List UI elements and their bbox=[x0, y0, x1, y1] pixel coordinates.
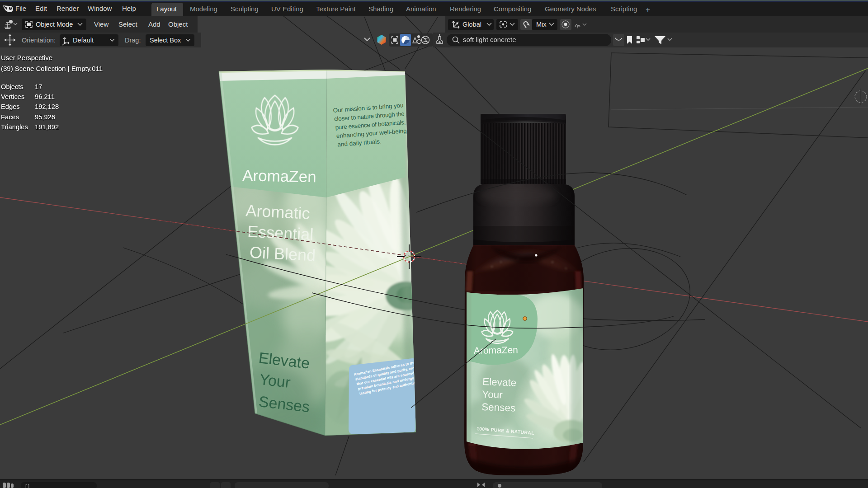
svg-text:Object Mode: Object Mode bbox=[36, 21, 73, 28]
svg-text:File: File bbox=[15, 5, 26, 12]
svg-text:Your: Your bbox=[482, 389, 503, 401]
svg-text:Faces: Faces bbox=[1, 113, 19, 121]
svg-text:Animation: Animation bbox=[406, 5, 436, 13]
svg-text:Senses: Senses bbox=[481, 401, 516, 414]
svg-text:Help: Help bbox=[122, 5, 136, 12]
svg-text:Drag:: Drag: bbox=[125, 37, 141, 44]
svg-text:Edges: Edges bbox=[1, 103, 20, 110]
svg-text:Default: Default bbox=[73, 37, 94, 44]
svg-text:Objects: Objects bbox=[1, 83, 24, 90]
svg-text:Layout: Layout bbox=[156, 5, 177, 13]
svg-text:17: 17 bbox=[35, 83, 42, 90]
svg-text:View: View bbox=[94, 20, 108, 28]
svg-text:Aromatic: Aromatic bbox=[245, 201, 311, 223]
svg-text:Orientation:: Orientation: bbox=[22, 37, 56, 44]
svg-text:Essential: Essential bbox=[247, 222, 314, 244]
svg-text:Mix: Mix bbox=[536, 21, 547, 28]
svg-text:AromaZen: AromaZen bbox=[474, 344, 518, 356]
svg-text:Object: Object bbox=[168, 20, 188, 28]
svg-text:Modeling: Modeling bbox=[190, 5, 217, 13]
svg-text:Render: Render bbox=[57, 5, 79, 12]
svg-text:Scripting: Scripting bbox=[611, 5, 637, 13]
svg-text:Edit: Edit bbox=[35, 5, 47, 12]
svg-text:Add: Add bbox=[148, 20, 160, 28]
svg-text:Select: Select bbox=[118, 20, 138, 28]
svg-text:Sculpting: Sculpting bbox=[231, 5, 259, 13]
svg-text:+: + bbox=[646, 5, 650, 14]
svg-text:Window: Window bbox=[88, 5, 112, 12]
svg-text:Vertices: Vertices bbox=[1, 93, 24, 100]
svg-text:Your: Your bbox=[259, 371, 292, 391]
svg-text:UV Editing: UV Editing bbox=[271, 5, 303, 13]
svg-text:Global: Global bbox=[462, 21, 481, 28]
svg-text:Oil Blend: Oil Blend bbox=[249, 243, 316, 265]
svg-text:96,211: 96,211 bbox=[35, 93, 55, 100]
svg-text:Texture Paint: Texture Paint bbox=[316, 5, 356, 13]
svg-text:95,926: 95,926 bbox=[35, 113, 55, 121]
svg-text:Rendering: Rendering bbox=[450, 5, 481, 13]
svg-text:soft light concrete: soft light concrete bbox=[463, 36, 516, 43]
svg-text:Compositing: Compositing bbox=[494, 5, 531, 13]
svg-text:191,892: 191,892 bbox=[35, 123, 59, 131]
svg-text:AromaZen: AromaZen bbox=[242, 166, 316, 185]
svg-text:Elevate: Elevate bbox=[482, 376, 517, 389]
svg-text:Shading: Shading bbox=[368, 5, 393, 13]
svg-text:[ ]: [ ] bbox=[25, 483, 29, 488]
svg-text:Triangles: Triangles bbox=[1, 123, 28, 131]
svg-text:Select Box: Select Box bbox=[150, 37, 181, 44]
svg-text:(39) Scene Collection | Empty.: (39) Scene Collection | Empty.011 bbox=[1, 65, 103, 72]
svg-text:Geometry Nodes: Geometry Nodes bbox=[545, 5, 596, 13]
svg-text:192,128: 192,128 bbox=[35, 103, 59, 110]
svg-text:User Perspective: User Perspective bbox=[1, 54, 52, 61]
